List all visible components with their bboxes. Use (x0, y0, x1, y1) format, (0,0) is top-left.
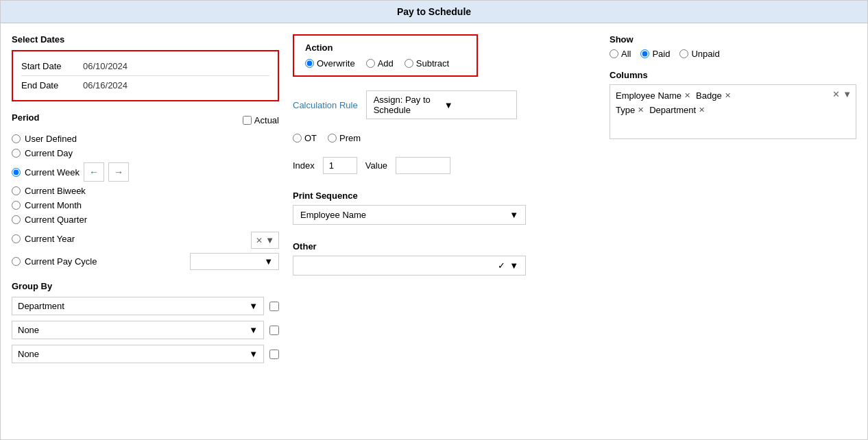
action-overwrite-radio[interactable] (305, 59, 314, 68)
print-sequence-section: Print Sequence Employee Name ▼ (293, 191, 596, 225)
columns-controls: ✕ ▼ (832, 89, 852, 99)
right-panel: Show All Paid Unpaid (610, 34, 856, 428)
period-row-current-month: Current Month (12, 200, 279, 210)
show-all-radio[interactable] (610, 49, 618, 58)
index-input[interactable] (323, 157, 357, 174)
period-radio-current-month[interactable] (12, 201, 21, 210)
ot-prem-row: OT Prem (293, 133, 596, 143)
group-dropdown-2-value: None (18, 325, 39, 335)
period-label: Period (12, 112, 39, 123)
period-row-current-week: Current Week ← → (12, 162, 279, 182)
group-by-row-1: Department ▼ (12, 297, 279, 315)
group-dropdown-1[interactable]: Department ▼ (12, 297, 264, 315)
action-subtract-radio[interactable] (405, 59, 413, 68)
index-value-row: Index Value (293, 157, 596, 174)
group-dropdown-1-chevron-icon[interactable]: ▼ (249, 301, 258, 311)
period-radio-current-pay-cycle[interactable] (12, 257, 21, 266)
prem-radio[interactable] (328, 134, 337, 143)
other-chevron-down-icon[interactable]: ▼ (509, 260, 518, 271)
columns-clear-icon[interactable]: ✕ (832, 89, 840, 99)
middle-panel: Action Overwrite Add Subtract (293, 34, 596, 428)
col-type-remove-icon[interactable]: ✕ (638, 106, 644, 114)
columns-label: Columns (610, 70, 856, 80)
value-input[interactable] (396, 157, 450, 174)
col-badge-remove-icon[interactable]: ✕ (725, 91, 731, 100)
other-label: Other (293, 241, 596, 252)
group-dropdown-2-chevron-icon[interactable]: ▼ (249, 325, 258, 335)
period-radio-user-defined[interactable] (12, 134, 21, 143)
period-section: Period Actual User Defined Cur (12, 112, 279, 270)
pay-cycle-chevron-down-icon[interactable]: ▼ (264, 256, 273, 267)
print-sequence-value: Employee Name (300, 210, 366, 220)
title-bar: Pay to Schedule (1, 1, 867, 23)
period-label-current-year: Current Year (25, 234, 75, 244)
action-subtract-label: Subtract (416, 58, 449, 69)
col-tag-department: Department ✕ (649, 105, 705, 115)
action-add-radio[interactable] (366, 59, 375, 68)
window-title: Pay to Schedule (397, 6, 471, 17)
action-radio-row: Overwrite Add Subtract (305, 58, 466, 69)
other-section: Other ✓ ▼ (293, 241, 596, 276)
col-employee-name-label: Employee Name (616, 90, 682, 101)
show-paid-radio[interactable] (640, 49, 649, 58)
year-chevron-down-icon[interactable]: ▼ (265, 235, 274, 245)
group-dropdown-3-value: None (18, 349, 39, 359)
next-week-button[interactable]: → (108, 162, 129, 182)
group-checkbox-2[interactable] (269, 326, 279, 335)
show-all-label: All (621, 49, 631, 59)
group-by-row-2: None ▼ (12, 321, 279, 339)
pay-cycle-dropdown[interactable]: ▼ (190, 253, 279, 270)
group-by-section: Group By Department ▼ None ▼ (12, 281, 279, 363)
group-dropdown-3[interactable]: None ▼ (12, 345, 264, 363)
period-radio-current-biweek[interactable] (12, 186, 21, 195)
period-label-current-day: Current Day (25, 148, 73, 158)
main-window: Pay to Schedule Select Dates Start Date … (0, 0, 868, 440)
period-row-user-defined: User Defined (12, 134, 279, 144)
columns-chevron-down-icon[interactable]: ▼ (843, 89, 852, 99)
calc-rule-dropdown[interactable]: Assign: Pay to Schedule ▼ (366, 90, 517, 119)
columns-row-2: Type ✕ Department ✕ (616, 105, 850, 115)
action-box: Action Overwrite Add Subtract (293, 34, 478, 77)
period-label-current-quarter: Current Quarter (25, 215, 87, 225)
end-date-value: 06/16/2024 (83, 80, 128, 90)
year-dropdown[interactable]: ✕ ▼ (251, 232, 279, 249)
col-department-remove-icon[interactable]: ✕ (699, 106, 705, 114)
group-dropdown-2[interactable]: None ▼ (12, 321, 264, 339)
period-radio-current-quarter[interactable] (12, 215, 21, 224)
group-checkbox-1[interactable] (269, 302, 279, 311)
action-label: Action (305, 42, 466, 53)
prem-item: Prem (328, 133, 361, 143)
print-sequence-chevron-down-icon[interactable]: ▼ (509, 210, 518, 220)
content-area: Select Dates Start Date 06/10/2024 End D… (1, 23, 867, 439)
col-employee-name-remove-icon[interactable]: ✕ (684, 91, 690, 100)
period-radio-current-week[interactable] (12, 168, 21, 177)
period-label-current-week: Current Week (25, 167, 80, 178)
left-panel: Select Dates Start Date 06/10/2024 End D… (12, 34, 279, 428)
other-check-icon[interactable]: ✓ (498, 260, 505, 271)
start-date-label: Start Date (21, 61, 83, 71)
calc-rule-chevron-down-icon[interactable]: ▼ (444, 100, 509, 110)
year-dropdown-container: ✕ ▼ (251, 232, 279, 249)
show-unpaid-label: Unpaid (691, 49, 719, 59)
period-row-current-quarter: Current Quarter (12, 215, 279, 225)
print-sequence-label: Print Sequence (293, 191, 596, 201)
col-tag-type: Type ✕ (616, 105, 644, 115)
actual-label: Actual (254, 115, 279, 125)
show-label: Show (610, 34, 856, 45)
year-clear-icon[interactable]: ✕ (256, 236, 263, 245)
group-checkbox-3[interactable] (269, 350, 279, 359)
start-date-value: 06/10/2024 (83, 61, 128, 71)
period-header: Period Actual (12, 112, 279, 128)
ot-radio[interactable] (293, 134, 302, 143)
period-radio-current-day[interactable] (12, 149, 21, 158)
group-dropdown-3-chevron-icon[interactable]: ▼ (249, 349, 258, 359)
prem-label: Prem (339, 133, 361, 143)
prev-week-button[interactable]: ← (84, 162, 104, 182)
show-unpaid-radio[interactable] (679, 49, 688, 58)
other-dropdown[interactable]: ✓ ▼ (293, 256, 526, 276)
period-radio-current-year[interactable] (12, 234, 21, 243)
group-by-row-3: None ▼ (12, 345, 279, 363)
calc-rule-value: Assign: Pay to Schedule (374, 95, 439, 115)
actual-checkbox[interactable] (243, 116, 252, 125)
print-sequence-dropdown[interactable]: Employee Name ▼ (293, 205, 526, 225)
